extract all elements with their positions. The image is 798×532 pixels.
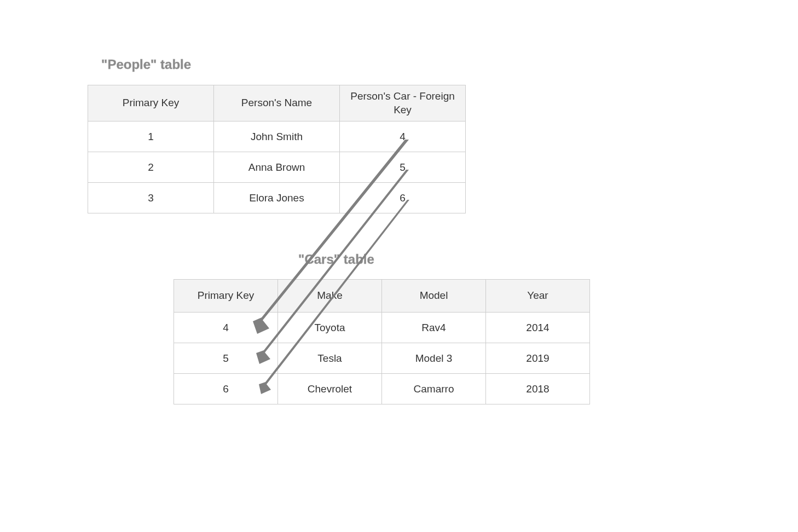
cars-header-make: Make xyxy=(278,280,382,313)
cars-cell-year: 2014 xyxy=(486,313,590,343)
cars-cell-make: Tesla xyxy=(278,343,382,374)
cars-cell-make: Chevrolet xyxy=(278,374,382,404)
people-header-fk: Person's Car - Foreign Key xyxy=(340,85,466,122)
cars-table-header-row: Primary Key Make Model Year xyxy=(174,280,590,313)
people-header-name: Person's Name xyxy=(214,85,340,122)
people-table-title: "People" table xyxy=(101,57,191,72)
diagram-container: "People" table Primary Key Person's Name… xyxy=(0,0,798,532)
people-header-pk: Primary Key xyxy=(88,85,214,122)
people-cell-pk: 2 xyxy=(88,152,214,183)
people-row: 2 Anna Brown 5 xyxy=(88,152,466,183)
people-cell-name: John Smith xyxy=(214,122,340,152)
people-row: 1 John Smith 4 xyxy=(88,122,466,152)
people-cell-name: Elora Jones xyxy=(214,183,340,213)
people-table-header-row: Primary Key Person's Name Person's Car -… xyxy=(88,85,466,122)
cars-cell-pk: 5 xyxy=(174,343,278,374)
people-cell-fk: 5 xyxy=(340,152,466,183)
cars-cell-year: 2018 xyxy=(486,374,590,404)
cars-row: 6 Chevrolet Camarro 2018 xyxy=(174,374,590,404)
cars-cell-pk: 4 xyxy=(174,313,278,343)
cars-cell-model: Camarro xyxy=(382,374,486,404)
people-cell-fk: 6 xyxy=(340,183,466,213)
cars-row: 5 Tesla Model 3 2019 xyxy=(174,343,590,374)
people-cell-pk: 3 xyxy=(88,183,214,213)
people-cell-pk: 1 xyxy=(88,122,214,152)
cars-cell-pk: 6 xyxy=(174,374,278,404)
cars-cell-year: 2019 xyxy=(486,343,590,374)
cars-cell-model: Model 3 xyxy=(382,343,486,374)
people-cell-name: Anna Brown xyxy=(214,152,340,183)
cars-cell-model: Rav4 xyxy=(382,313,486,343)
cars-header-model: Model xyxy=(382,280,486,313)
cars-row: 4 Toyota Rav4 2014 xyxy=(174,313,590,343)
cars-header-pk: Primary Key xyxy=(174,280,278,313)
people-row: 3 Elora Jones 6 xyxy=(88,183,466,213)
people-cell-fk: 4 xyxy=(340,122,466,152)
cars-table: Primary Key Make Model Year 4 Toyota Rav… xyxy=(174,279,590,404)
cars-header-year: Year xyxy=(486,280,590,313)
arrows-svg xyxy=(0,0,798,532)
people-table: Primary Key Person's Name Person's Car -… xyxy=(88,85,466,213)
cars-cell-make: Toyota xyxy=(278,313,382,343)
cars-table-title: "Cars" table xyxy=(298,252,374,267)
